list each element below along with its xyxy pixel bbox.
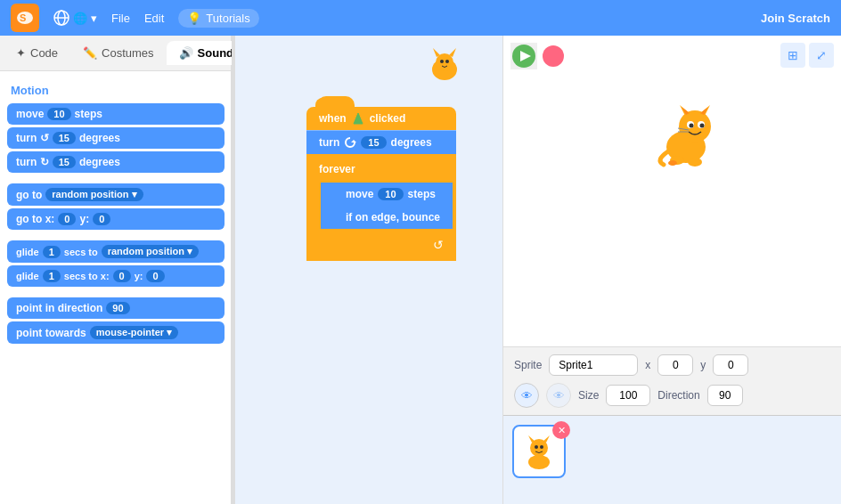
forever-block[interactable]: forever move 10 steps if on edge, bounce [306,154,456,261]
sprite-label: Sprite [514,359,542,371]
stage-view-btn[interactable]: ⊞ [780,43,805,68]
globe-arrow: ▾ [91,12,97,25]
x-input[interactable]: 0 [657,354,693,376]
sprite-row1: Sprite Sprite1 x 0 y 0 [514,354,830,376]
block-glide-random[interactable]: glide 1 secs to random position ▾ [7,240,225,263]
stage-area: ⊞ ⤢ [503,36,841,346]
bulb-icon: 💡 [187,12,201,25]
svg-point-24 [700,124,705,128]
direction-input[interactable]: 90 [707,385,743,406]
globe-label: 🌐 [73,12,87,25]
sprite-info: Sprite Sprite1 x 0 y 0 👁 👁 Size 100 Dire… [503,346,841,415]
tab-code-label: Code [30,46,58,60]
stage-controls [510,43,564,69]
y-label: y [700,359,706,371]
block-turn-cw[interactable]: turn ↺ 15 degrees [7,127,225,149]
edit-menu[interactable]: Edit [144,12,164,25]
code-area[interactable]: when clicked turn 15 degrees [235,36,502,504]
sprite-delete-btn[interactable]: ✕ [552,421,570,439]
stop-btn[interactable] [543,45,564,67]
tabs-row: ✦ Code ✏️ Costumes 🔊 Sounds [0,36,231,71]
size-input[interactable]: 100 [606,385,650,406]
svg-point-33 [535,445,538,449]
svg-marker-11 [354,113,363,124]
svg-marker-32 [543,435,550,443]
turn-block[interactable]: turn 15 degrees [306,130,456,154]
y-input[interactable]: 0 [713,354,748,376]
block-point-towards[interactable]: point towards mouse-pointer ▾ [7,321,225,344]
move-block[interactable]: move 10 steps [321,183,453,206]
join-scratch-btn[interactable]: Join Scratch [761,12,830,25]
svg-marker-8 [449,48,456,57]
direction-label: Direction [657,389,699,402]
x-label: x [645,359,650,371]
svg-point-23 [690,124,694,128]
sprite-row2: 👁 👁 Size 100 Direction 90 [514,383,830,408]
block-turn-ccw[interactable]: turn ↻ 15 degrees [7,151,225,173]
stage-expand: ⊞ ⤢ [780,43,834,68]
tab-costumes-label: Costumes [102,46,154,60]
loop-arrow: ↺ [433,238,444,252]
tab-code[interactable]: ✦ Code [4,41,70,65]
fullscreen-btn[interactable]: ⤢ [809,43,834,68]
svg-marker-12 [351,140,356,142]
green-flag-btn[interactable] [510,43,537,69]
svg-point-28 [688,158,702,167]
block-move-steps[interactable]: move 10 steps [7,103,225,125]
svg-point-9 [440,60,444,63]
svg-point-10 [445,60,449,63]
sprite-panel-bottom: ✕ [503,415,841,504]
category-motion: Motion [0,78,232,101]
block-goto-xy[interactable]: go to x: 0 y: 0 [7,208,225,230]
sprite-thumbnail-code [422,45,467,89]
hat-block[interactable]: when clicked [306,107,456,130]
brush-icon: ✏️ [83,46,97,60]
code-icon: ✦ [16,46,26,60]
hide-btn[interactable]: 👁 [546,383,571,408]
logo: S [11,4,39,32]
top-nav: S 🌐 ▾ File Edit 💡 Tutorials Join Scratch [0,0,841,36]
svg-text:S: S [20,12,26,23]
stage-sprite-cat [646,98,726,173]
blocks-sidebar: Motion move 10 steps turn ↺ 15 degrees t… [0,71,232,354]
bounce-block[interactable]: if on edge, bounce [321,206,453,229]
block-point-direction[interactable]: point in direction 90 [7,297,225,319]
right-panel: ⊞ ⤢ [502,36,841,504]
tutorials-btn[interactable]: 💡 Tutorials [178,9,258,28]
svg-marker-7 [433,48,440,57]
show-btn[interactable]: 👁 [514,383,539,408]
main-layout: ✦ Code ✏️ Costumes 🔊 Sounds Motion move … [0,36,841,504]
left-panel: ✦ Code ✏️ Costumes 🔊 Sounds Motion move … [0,36,232,504]
tab-costumes[interactable]: ✏️ Costumes [70,41,167,65]
code-blocks-stack: when clicked turn 15 degrees [306,107,456,261]
svg-point-35 [528,455,550,469]
block-goto-random[interactable]: go to random position ▾ [7,183,225,206]
globe-menu[interactable]: 🌐 ▾ [53,10,97,26]
sound-icon: 🔊 [179,46,193,60]
size-label: Size [578,389,599,402]
svg-point-29 [668,160,677,166]
svg-point-34 [540,445,543,449]
block-glide-xy[interactable]: glide 1 secs to x: 0 y: 0 [7,265,225,287]
sprite-name-input[interactable]: Sprite1 [549,354,638,376]
file-menu[interactable]: File [111,12,130,25]
svg-point-16 [679,110,711,142]
svg-marker-31 [528,435,535,443]
